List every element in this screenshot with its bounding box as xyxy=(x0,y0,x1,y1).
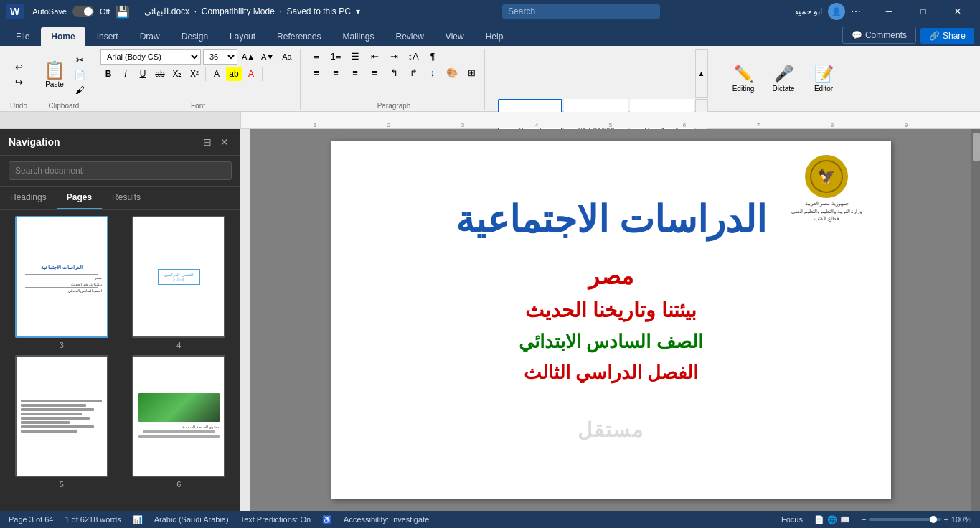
page-thumb-6[interactable]: محتوى الصفحة السادسة 6 xyxy=(123,355,235,489)
zoom-level[interactable]: 100% xyxy=(951,515,971,524)
page-thumb-4[interactable]: الفصل الدراسيالثالث 4 xyxy=(123,216,235,349)
nav-collapse-button[interactable]: ⊟ xyxy=(200,135,215,149)
editing-button[interactable]: ✏️ Editing xyxy=(725,55,762,103)
tab-file[interactable]: File xyxy=(6,27,39,46)
cut-button[interactable]: ✂ xyxy=(71,52,88,67)
format-painter-button[interactable]: 🖌 xyxy=(71,82,88,97)
underline-button[interactable]: U xyxy=(135,67,151,81)
redo-button[interactable]: ↪ xyxy=(10,75,27,90)
line-spacing-button[interactable]: ↕ xyxy=(424,65,441,80)
scrollbar-thumb[interactable] xyxy=(973,133,980,161)
vertical-scrollbar[interactable] xyxy=(971,129,980,511)
tab-layout[interactable]: Layout xyxy=(220,27,265,46)
restore-button[interactable]: □ xyxy=(907,0,940,23)
tab-insert[interactable]: Insert xyxy=(87,27,128,46)
tab-view[interactable]: View xyxy=(435,27,474,46)
document-area[interactable]: 🦅 جمهورية مصر العربية وزارة التربية والت… xyxy=(250,129,971,511)
increase-indent-button[interactable]: ⇥ xyxy=(385,49,402,63)
dictate-button[interactable]: 🎤 Dictate xyxy=(765,55,802,103)
tab-mailings[interactable]: Mailings xyxy=(332,27,384,46)
styles-group: AaBbCcDd Normal AaBbCcDd No Spacing AaBb… xyxy=(488,49,717,110)
align-right-button[interactable]: ≡ xyxy=(347,65,364,80)
multilevel-button[interactable]: ☰ xyxy=(347,49,364,63)
watermark: مستقل xyxy=(578,418,644,442)
save-icon[interactable]: 💾 xyxy=(116,5,130,19)
nav-tab-pages[interactable]: Pages xyxy=(57,187,102,209)
web-view-button[interactable]: 🌐 xyxy=(827,515,837,524)
strikethrough-button[interactable]: ab xyxy=(152,67,168,81)
tab-design[interactable]: Design xyxy=(171,27,218,46)
ruler-mark: 3 xyxy=(461,122,464,128)
text-predictions[interactable]: Text Predictions: On xyxy=(240,515,311,524)
page-thumb-5[interactable]: 5 xyxy=(6,355,118,489)
nav-close-button[interactable]: ✕ xyxy=(217,135,232,149)
tab-references[interactable]: References xyxy=(267,27,331,46)
close-button[interactable]: ✕ xyxy=(941,0,974,23)
zoom-slider[interactable] xyxy=(869,518,941,521)
zoom-out-button[interactable]: − xyxy=(862,515,866,524)
nav-tab-results[interactable]: Results xyxy=(102,187,151,209)
bullets-button[interactable]: ≡ xyxy=(308,49,325,63)
comments-button[interactable]: 💬 Comments xyxy=(842,27,916,44)
tab-draw[interactable]: Draw xyxy=(130,27,170,46)
undo-button[interactable]: ↩ xyxy=(10,60,27,75)
user-avatar: 👤 xyxy=(828,3,845,20)
font-color-button[interactable]: A xyxy=(243,67,259,81)
focus-button[interactable]: Focus xyxy=(781,515,803,524)
decrease-font-button[interactable]: A▼ xyxy=(259,50,276,64)
styles-scroll-up[interactable]: ▲ xyxy=(695,49,708,98)
show-paragraph-button[interactable]: ¶ xyxy=(424,49,441,63)
print-view-button[interactable]: 📄 xyxy=(814,515,824,524)
filename: البهائي.docx · Compatibility Mode · Save… xyxy=(144,6,359,16)
editor-button[interactable]: 📝 Editor xyxy=(805,55,842,103)
bold-button[interactable]: B xyxy=(100,67,116,81)
tab-help[interactable]: Help xyxy=(476,27,514,46)
search-input[interactable] xyxy=(502,4,660,19)
borders-button[interactable]: ⊞ xyxy=(463,65,480,80)
superscript-button[interactable]: X² xyxy=(187,67,202,81)
nav-search-input[interactable] xyxy=(9,161,232,180)
accessibility-status[interactable]: Accessibility: Investigate xyxy=(344,515,429,524)
read-view-button[interactable]: 📖 xyxy=(840,515,850,524)
justify-button[interactable]: ≡ xyxy=(366,65,383,80)
page-thumb-3[interactable]: الدراسات الاجتماعية مصر بيئتنا وتاريخنا … xyxy=(6,216,118,349)
align-center-button[interactable]: ≡ xyxy=(327,65,344,80)
font-name-select[interactable]: Arial (Body CS) xyxy=(100,49,201,65)
share-button[interactable]: 🔗 Share xyxy=(920,28,974,44)
sort-button[interactable]: ↕A xyxy=(405,49,422,63)
status-bar: Page 3 of 64 1 of 6218 words 📊 Arabic (S… xyxy=(0,511,980,528)
italic-button[interactable]: I xyxy=(118,67,133,81)
logo-emblem: 🦅 xyxy=(805,155,848,198)
tab-home[interactable]: Home xyxy=(41,27,85,46)
ribbon-expand-icon[interactable]: ⋯ xyxy=(851,6,861,17)
paste-button[interactable]: 📋 Paste xyxy=(39,59,70,91)
paste-icon: 📋 xyxy=(44,62,65,79)
word-count[interactable]: 1 of 6218 words xyxy=(65,515,121,524)
zoom-controls: − + 100% xyxy=(862,515,971,524)
font-size-select[interactable]: 36 xyxy=(203,49,237,65)
ruler-mark: 9 xyxy=(905,122,908,128)
highlight-button[interactable]: ab xyxy=(226,67,242,81)
copy-button[interactable]: 📄 xyxy=(71,67,88,82)
subscript-button[interactable]: X₂ xyxy=(169,67,185,81)
tab-review[interactable]: Review xyxy=(386,27,434,46)
clear-format-button[interactable]: Aa xyxy=(278,50,296,64)
nav-search-area xyxy=(0,156,240,187)
shading-button[interactable]: 🎨 xyxy=(443,65,461,80)
autosave-toggle[interactable] xyxy=(72,6,94,17)
font-group: Arial (Body CS) 36 A▲ A▼ Aa B I U ab X₂ … xyxy=(96,49,301,110)
decrease-indent-button[interactable]: ⇤ xyxy=(366,49,383,63)
language[interactable]: Arabic (Saudi Arabia) xyxy=(154,515,229,524)
text-effects-button[interactable]: A xyxy=(209,67,225,81)
zoom-in-button[interactable]: + xyxy=(943,515,948,524)
nav-tab-headings[interactable]: Headings xyxy=(0,187,57,209)
rtl-button[interactable]: ↰ xyxy=(385,65,402,80)
increase-font-button[interactable]: A▲ xyxy=(240,50,257,64)
user-name: ابو حميد xyxy=(794,6,822,16)
ltr-button[interactable]: ↱ xyxy=(405,65,422,80)
logo-text: جمهورية مصر العربية وزارة التربية والتعل… xyxy=(791,200,862,223)
minimize-button[interactable]: ─ xyxy=(872,0,905,23)
align-left-button[interactable]: ≡ xyxy=(308,65,325,80)
page-info[interactable]: Page 3 of 64 xyxy=(9,515,53,524)
numbering-button[interactable]: 1≡ xyxy=(327,49,344,63)
